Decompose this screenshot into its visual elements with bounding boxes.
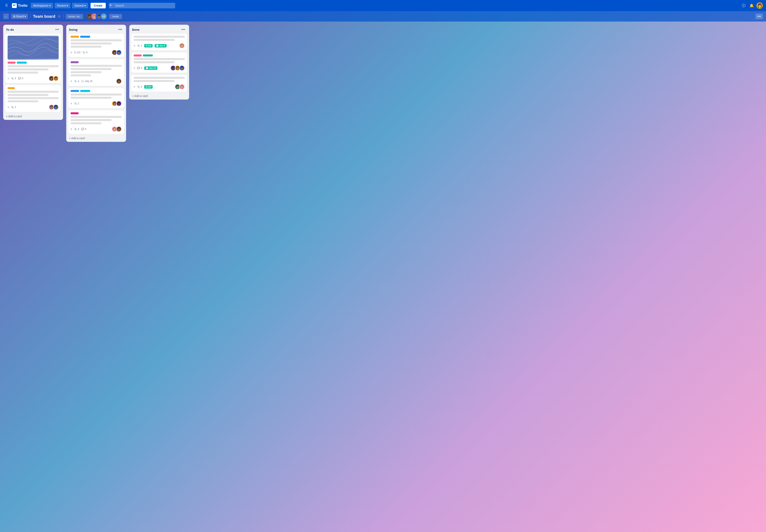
- card-avatars: 👩🏾: [116, 78, 122, 84]
- todo-menu-button[interactable]: •••: [54, 27, 60, 32]
- card-avatars: 👩🏽 👩🏼: [175, 84, 185, 90]
- sidebar-toggle-button[interactable]: ›: [3, 14, 9, 19]
- due-label: Jun 6: [159, 44, 165, 47]
- done-menu-button[interactable]: •••: [180, 27, 186, 32]
- card-lines-icon: ≡: [8, 77, 9, 80]
- workspaces-button[interactable]: Workspaces ▾: [31, 3, 53, 8]
- cover-pattern: [8, 36, 59, 60]
- card-cover: [8, 36, 59, 60]
- board-view-button[interactable]: ⊞ Board ▾: [11, 14, 28, 19]
- todo-card-1[interactable]: ≡ 📎 5 💬 3 👩🏾: [5, 34, 61, 83]
- card-attachments: 📎 2: [11, 106, 16, 109]
- attach-count: 1: [141, 44, 142, 47]
- create-button[interactable]: Create: [91, 3, 106, 8]
- done-title: Done: [132, 28, 140, 31]
- done-card-2[interactable]: ≡ 💬 4 🕐 Jun 12 👩🏿: [131, 52, 187, 73]
- todo-add-card-button[interactable]: + Add a card: [3, 113, 63, 120]
- card-line: [71, 46, 101, 48]
- workspace-button[interactable]: Acme, Inc.: [66, 14, 83, 19]
- card-line: [8, 100, 38, 102]
- comment-count: 4: [141, 67, 142, 69]
- card-avatars: 👩🏼 👨🏾: [112, 126, 122, 132]
- card-line: [71, 39, 122, 41]
- checklist-badge: ☑ 2/2: [144, 44, 153, 47]
- trello-logo[interactable]: Trello: [12, 3, 28, 8]
- card-meta: ≡ 📎 4 💬 4 👩🏼: [71, 126, 122, 132]
- doing-card-2[interactable]: ≡ 📎 4 🕐 July 15 👩🏾: [68, 59, 124, 86]
- card-attachments: 📎 2: [137, 85, 142, 88]
- starred-button[interactable]: Starred ▾: [72, 3, 88, 8]
- user-avatar[interactable]: 👩: [756, 2, 763, 9]
- card-meta-left: ≡ ☑ 2/3 📎 4: [71, 51, 87, 54]
- star-button[interactable]: ☆: [58, 14, 61, 19]
- checklist-badge: ☑ 4/4: [144, 85, 153, 89]
- label-pink: [134, 54, 142, 56]
- grid-icon[interactable]: ⠿: [3, 2, 10, 9]
- due-date-label: July 15: [85, 80, 93, 83]
- doing-card-1[interactable]: ≡ ☑ 2/3 📎 4 👩🏾: [68, 34, 124, 57]
- card-meta: ≡ ☑ 2/3 📎 4 👩🏾: [71, 50, 122, 55]
- notifications-icon[interactable]: 🔔: [748, 2, 755, 9]
- card-line: [134, 61, 175, 63]
- label-yellow: [71, 36, 79, 38]
- label-blue: [71, 90, 79, 92]
- card-meta: ≡ 📎 5 💬 3 👩🏾: [8, 76, 59, 81]
- column-doing: Doing ••• ≡ ☑: [66, 25, 126, 142]
- card-meta: ≡ 📎 2 👩🏽 👨🏾: [8, 104, 59, 110]
- card-meta-left: ≡ 📎 4 💬 4: [71, 128, 86, 130]
- attach-count: 2: [141, 85, 142, 88]
- invite-button[interactable]: Invite: [109, 14, 122, 19]
- card-lines-icon: ≡: [71, 102, 72, 105]
- done-header: Done •••: [129, 25, 189, 34]
- card-avatar-2: 👨🏾: [116, 50, 122, 55]
- card-labels: [71, 61, 122, 63]
- card-avatar-2: 👩🏽: [53, 76, 59, 81]
- card-comments: 💬 3: [18, 77, 23, 80]
- card-comments: 💬 4: [137, 67, 142, 69]
- card-line: [71, 74, 91, 76]
- card-attachments: 📎 5: [11, 77, 16, 80]
- checklist-count: 2/3: [77, 51, 80, 54]
- starred-label: Starred: [74, 4, 84, 7]
- star-icon: ☆: [58, 14, 61, 18]
- search-input[interactable]: [109, 3, 175, 8]
- board-view-icon: ⊞: [13, 15, 16, 18]
- info-icon[interactable]: ⓘ: [740, 2, 747, 9]
- done-card-3[interactable]: ≡ 📎 2 ☑ 4/4 👩🏽: [131, 75, 187, 92]
- todo-card-2[interactable]: ≡ 📎 2 👩🏽 👨🏾: [5, 85, 61, 112]
- card-labels: [71, 112, 122, 114]
- card-avatars: 👩🏾 👨🏾: [112, 50, 122, 55]
- card-line: [134, 39, 175, 41]
- due-badge: 🕐 Jun 6: [155, 44, 167, 47]
- card-meta: ≡ 📎 1 ☑ 2/2 🕐 Jun 6: [134, 43, 185, 48]
- done-add-card-button[interactable]: + Add a card: [129, 92, 189, 100]
- svg-rect-0: [13, 5, 14, 6]
- label-cyan: [17, 62, 27, 64]
- attach-count: 4: [86, 51, 88, 54]
- check-icon: ☑: [146, 44, 148, 47]
- check-icon: ☑: [146, 86, 148, 88]
- card-due-date: 🕐 July 15: [81, 80, 93, 83]
- done-card-1[interactable]: ≡ 📎 1 ☑ 2/2 🕐 Jun 6: [131, 34, 187, 50]
- column-todo: To do •••: [3, 25, 63, 120]
- card-avatar-2: 👨🏾: [53, 104, 59, 110]
- done-cards: ≡ 📎 1 ☑ 2/2 🕐 Jun 6: [129, 34, 189, 92]
- recent-button[interactable]: Recent ▾: [55, 3, 70, 8]
- board-more-button[interactable]: •••: [755, 14, 763, 19]
- doing-add-card-button[interactable]: + Add a card: [66, 135, 126, 142]
- card-meta: ≡ 💬 4 🕐 Jun 12 👩🏿: [134, 65, 185, 71]
- card-line: [134, 58, 185, 60]
- doing-card-4[interactable]: ≡ 📎 4 💬 4 👩🏼: [68, 110, 124, 134]
- card-avatars: 👩🏽 👨🏾: [49, 104, 59, 110]
- card-line: [71, 65, 122, 67]
- trello-label: Trello: [18, 4, 28, 8]
- member-avatar-more[interactable]: +3: [101, 13, 107, 20]
- doing-menu-button[interactable]: •••: [117, 27, 123, 32]
- card-line: [71, 116, 122, 118]
- card-avatars: 👩🏾 👩🏽: [49, 76, 59, 81]
- label-teal: [143, 54, 153, 56]
- doing-header: Doing •••: [66, 25, 126, 34]
- doing-card-3[interactable]: ≡ 📎 2 👩🏽 👩🏿: [68, 88, 124, 108]
- trello-icon: [12, 3, 17, 8]
- navbar: ⠿ Trello Workspaces ▾ Recent ▾ Starred ▾…: [0, 0, 766, 11]
